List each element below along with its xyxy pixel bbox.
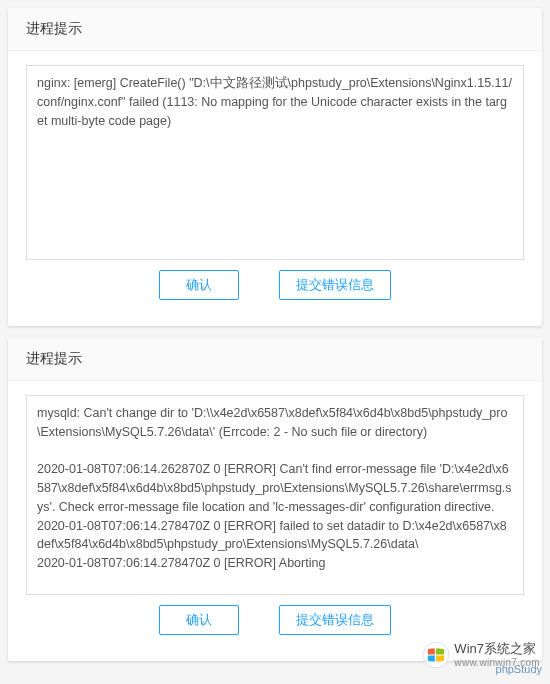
svg-point-0 <box>424 642 450 668</box>
watermark: Win7系统之家 www.winwin7.com phpStudy <box>422 641 540 669</box>
error-log-textarea[interactable] <box>27 66 523 256</box>
process-dialog-1: 进程提示 确认 提交错误信息 <box>8 8 542 326</box>
dialog-title: 进程提示 <box>8 338 542 381</box>
dialog-title: 进程提示 <box>8 8 542 51</box>
log-wrapper <box>26 395 524 595</box>
confirm-button[interactable]: 确认 <box>159 605 239 635</box>
windows-logo-icon <box>422 641 450 669</box>
dialog-body: 确认 提交错误信息 <box>8 51 542 326</box>
confirm-button[interactable]: 确认 <box>159 270 239 300</box>
error-log-textarea[interactable] <box>27 396 523 591</box>
button-row: 确认 提交错误信息 <box>26 260 524 314</box>
process-dialog-2: 进程提示 确认 提交错误信息 <box>8 338 542 661</box>
submit-error-button[interactable]: 提交错误信息 <box>279 605 391 635</box>
watermark-phpstudy: phpStudy <box>496 663 542 675</box>
dialog-body: 确认 提交错误信息 <box>8 381 542 661</box>
submit-error-button[interactable]: 提交错误信息 <box>279 270 391 300</box>
watermark-text: Win7系统之家 www.winwin7.com phpStudy <box>454 642 540 667</box>
log-wrapper <box>26 65 524 260</box>
watermark-brand: Win7系统之家 <box>454 642 540 656</box>
